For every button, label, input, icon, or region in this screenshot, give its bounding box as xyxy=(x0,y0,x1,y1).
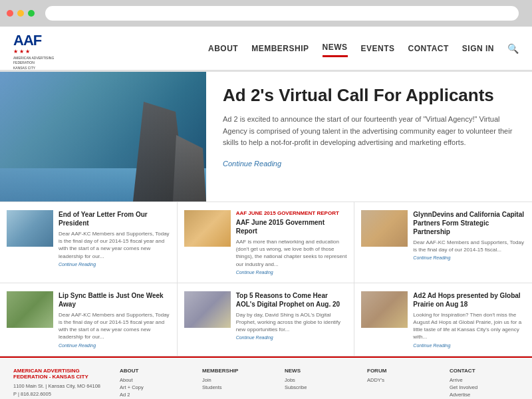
news-title-3: GlynnDevins and California Capital Partn… xyxy=(413,210,525,236)
news-title-6: Ad2 Ad Hops presented by Global Prairie … xyxy=(413,291,525,309)
news-item-4: Lip Sync Battle is Just One Week Away De… xyxy=(0,283,178,356)
news-title-1: End of Year Letter From Our President xyxy=(59,210,170,227)
news-read-more-1[interactable]: Continue Reading xyxy=(59,262,170,267)
logo-area[interactable]: AAF ★ ★ ★ American Advertising Federatio… xyxy=(13,33,60,63)
footer-link-about[interactable]: About xyxy=(120,377,189,383)
footer-link-join[interactable]: Join xyxy=(202,377,271,383)
news-title-5: Top 5 Reasons to Come Hear AOL's Digital… xyxy=(236,291,348,309)
news-item-6: Ad2 Ad Hops presented by Global Prairie … xyxy=(354,283,532,356)
browser-dot-green[interactable] xyxy=(28,10,35,17)
news-content-5: Top 5 Reasons to Come Hear AOL's Digital… xyxy=(236,291,348,348)
footer-heading-forum: Forum xyxy=(367,368,436,374)
nav-news[interactable]: NEWS xyxy=(323,39,348,57)
footer-contact-links-col: Contact Arrive Get Involved Advertise Re… xyxy=(450,368,519,400)
news-excerpt-1: Dear AAF-KC Members and Supporters, Toda… xyxy=(59,230,170,260)
news-thumbnail-4 xyxy=(7,291,53,328)
news-title-4: Lip Sync Battle is Just One Week Away xyxy=(59,291,170,309)
news-excerpt-6: Looking for Inspiration? Then don't miss… xyxy=(413,311,525,341)
browser-dot-yellow[interactable] xyxy=(17,10,24,17)
logo-star-1: ★ xyxy=(13,49,18,55)
browser-chrome xyxy=(0,0,532,27)
news-category-2: AAF June 2015 Government Report xyxy=(236,210,348,216)
logo-box: AAF ★ ★ ★ American Advertising Federatio… xyxy=(13,33,60,63)
footer-news-col: News Jobs Subscribe xyxy=(285,368,354,400)
hero-section: Ad 2's Virtual Call For Applicants Ad 2 … xyxy=(0,72,532,201)
news-read-more-3[interactable]: Continue Reading xyxy=(413,255,525,260)
search-icon[interactable]: 🔍 xyxy=(507,43,519,54)
footer-link-advertise[interactable]: Advertise xyxy=(450,392,519,398)
news-thumbnail-2 xyxy=(184,210,231,247)
footer-link-jobs[interactable]: Jobs xyxy=(285,377,354,383)
footer-heading-membership: Membership xyxy=(202,368,271,374)
news-excerpt-3: Dear AAF-KC Members and Supporters, Toda… xyxy=(413,239,525,253)
news-content-6: Ad2 Ad Hops presented by Global Prairie … xyxy=(413,291,525,348)
news-thumbnail-6 xyxy=(361,291,408,328)
news-excerpt-4: Dear AAF-KC Members and Supporters, Toda… xyxy=(59,311,170,341)
footer-link-arrive[interactable]: Arrive xyxy=(450,377,519,383)
footer-link-students[interactable]: Students xyxy=(202,384,271,390)
news-item-2: AAF June 2015 Government Report AAF June… xyxy=(178,202,355,283)
footer-contact-col: American Advertising Federation - Kansas… xyxy=(13,368,106,400)
footer-link-addys[interactable]: ADDY's xyxy=(367,377,436,383)
nav-contact[interactable]: CONTACT xyxy=(408,41,449,57)
news-read-more-2[interactable]: Continue Reading xyxy=(236,270,348,275)
news-thumbnail-5 xyxy=(184,291,231,328)
browser-dot-red[interactable] xyxy=(7,10,13,17)
nav-sign-in[interactable]: SIGN IN xyxy=(462,41,494,57)
news-item-3: GlynnDevins and California Capital Partn… xyxy=(354,202,532,283)
footer-phone1: P | 816.822.6005 xyxy=(13,390,106,398)
news-grid: End of Year Letter From Our President De… xyxy=(0,201,532,356)
footer-link-artcopy[interactable]: Art + Copy xyxy=(120,384,189,390)
news-read-more-4[interactable]: Continue Reading xyxy=(59,343,170,348)
browser-address-bar[interactable] xyxy=(45,6,519,21)
footer-org-name: American Advertising Federation - Kansas… xyxy=(13,368,106,380)
news-excerpt-2: AAF is more than networking and educatio… xyxy=(236,238,348,268)
footer-link-get-involved[interactable]: Get Involved xyxy=(450,384,519,390)
news-content-1: End of Year Letter From Our President De… xyxy=(59,210,170,275)
news-item-1: End of Year Letter From Our President De… xyxy=(0,202,178,283)
footer-about-col: About About Art + Copy Ad 2 AAF/AG Found… xyxy=(120,368,189,400)
footer-forum-col: Forum ADDY's xyxy=(367,368,436,400)
page-wrapper: AAF ★ ★ ★ American Advertising Federatio… xyxy=(0,27,532,399)
logo-aaf-text: AAF xyxy=(13,33,60,48)
news-title-2: AAF June 2015 Government Report xyxy=(236,218,348,235)
news-item-5: Top 5 Reasons to Come Hear AOL's Digital… xyxy=(178,283,355,356)
news-read-more-6[interactable]: Continue Reading xyxy=(413,343,525,348)
news-content-3: GlynnDevins and California Capital Partn… xyxy=(413,210,525,275)
footer-membership-col: Membership Join Students xyxy=(202,368,271,400)
news-excerpt-5: Day by day, David Shing is AOL's Digital… xyxy=(236,311,348,334)
logo-city: Kansas City xyxy=(13,66,60,70)
footer-link-ad2[interactable]: Ad 2 xyxy=(120,392,189,398)
footer-heading-about: About xyxy=(120,368,189,374)
site-header: AAF ★ ★ ★ American Advertising Federatio… xyxy=(0,27,532,72)
footer-address: 1100 Main St. | Kansas City, MO 64108 xyxy=(13,382,106,390)
nav-events[interactable]: EVENTS xyxy=(361,41,395,57)
hero-image xyxy=(0,72,206,201)
news-content-4: Lip Sync Battle is Just One Week Away De… xyxy=(59,291,170,348)
news-read-more-5[interactable]: Continue Reading xyxy=(236,335,348,340)
hero-content: Ad 2's Virtual Call For Applicants Ad 2 … xyxy=(206,72,532,201)
logo-subtitle: American Advertising Federation xyxy=(13,56,60,65)
logo-star-2: ★ xyxy=(19,49,24,55)
site-footer: American Advertising Federation - Kansas… xyxy=(0,356,532,400)
hero-continue-reading[interactable]: Continue Reading xyxy=(223,160,281,168)
footer-heading-contact: Contact xyxy=(450,368,519,374)
news-content-2: AAF June 2015 Government Report AAF June… xyxy=(236,210,348,275)
hero-title: Ad 2's Virtual Call For Applicants xyxy=(223,85,515,106)
logo-star-3: ★ xyxy=(25,49,30,55)
hero-body: Ad 2 is excited to announce the start of… xyxy=(223,114,515,149)
footer-link-subscribe[interactable]: Subscribe xyxy=(285,384,354,390)
news-thumbnail-1 xyxy=(7,210,53,247)
footer-heading-news: News xyxy=(285,368,354,374)
nav-membership[interactable]: MEMBERSHIP xyxy=(251,41,309,57)
nav-about[interactable]: ABOUT xyxy=(208,41,238,57)
main-nav: ABOUT MEMBERSHIP NEWS EVENTS CONTACT SIG… xyxy=(208,39,519,57)
news-thumbnail-3 xyxy=(361,210,408,247)
